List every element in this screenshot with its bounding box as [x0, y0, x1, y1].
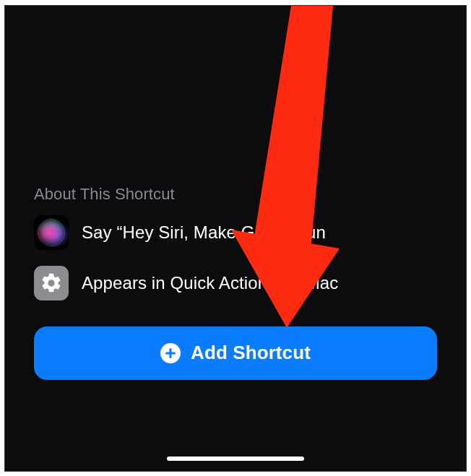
screen-frame: About This Shortcut Say “Hey Siri, Make …	[4, 5, 467, 472]
quick-actions-row-text: Appears in Quick Actions on Mac	[82, 273, 338, 293]
list-item: Say “Hey Siri, Make GIF” to run	[34, 215, 437, 250]
plus-circle-icon	[160, 343, 181, 363]
siri-row-text: Say “Hey Siri, Make GIF” to run	[82, 222, 326, 243]
add-shortcut-button[interactable]: Add Shortcut	[34, 326, 437, 380]
add-shortcut-label: Add Shortcut	[191, 342, 311, 364]
siri-icon	[34, 215, 69, 250]
home-indicator	[167, 456, 304, 461]
section-title: About This Shortcut	[34, 185, 437, 204]
gear-icon	[34, 266, 69, 300]
list-item: Appears in Quick Actions on Mac	[34, 266, 437, 300]
about-section: About This Shortcut Say “Hey Siri, Make …	[34, 185, 437, 380]
